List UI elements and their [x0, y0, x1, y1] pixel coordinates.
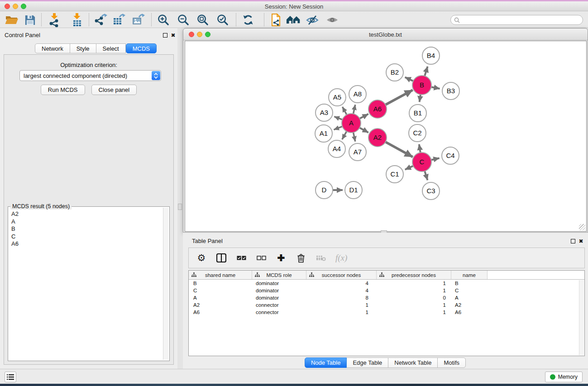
import-network-icon[interactable]: [46, 13, 62, 27]
graph-node-B2[interactable]: B2: [386, 64, 403, 81]
graph-node-A4[interactable]: A4: [328, 140, 345, 157]
table-row[interactable]: Cdominator41C: [189, 287, 584, 294]
close-panel-icon[interactable]: ✖: [578, 238, 584, 244]
tab-select[interactable]: Select: [96, 43, 126, 53]
open-folder-icon[interactable]: [4, 13, 20, 27]
graph-edge-C-C1[interactable]: [405, 166, 413, 170]
graph-edge-C-C2[interactable]: [419, 144, 421, 153]
select-all-icon[interactable]: [236, 252, 247, 264]
zoom-out-icon[interactable]: [175, 13, 191, 27]
graph-edge-B-B1[interactable]: [420, 95, 421, 102]
table-row[interactable]: Bdominator41B: [189, 280, 584, 287]
graph-node-C[interactable]: C: [412, 152, 431, 172]
graph-edge-A-A4[interactable]: [342, 131, 347, 139]
graph-node-C4[interactable]: C4: [442, 147, 459, 164]
column-header-name[interactable]: name: [451, 271, 488, 279]
graph-node-A6[interactable]: A6: [368, 100, 387, 118]
network-canvas[interactable]: ABCA6A2A1A3A4A5A7A8B1B2B3B4C1C2C3C4DD1: [185, 41, 587, 232]
splitter-collapse-handle[interactable]: [178, 204, 182, 210]
graph-node-A7[interactable]: A7: [349, 143, 366, 161]
import-table-icon[interactable]: [69, 13, 85, 27]
result-scrollbar[interactable]: [163, 208, 168, 360]
graph-edge-A-A1[interactable]: [334, 126, 342, 129]
graph-node-D1[interactable]: D1: [345, 181, 362, 199]
table-scrollbar[interactable]: [579, 280, 584, 355]
graph-node-B[interactable]: B: [412, 76, 431, 95]
column-header-mcds-role[interactable]: MCDS role: [252, 271, 306, 279]
graph-edge-B-B4[interactable]: [425, 67, 427, 76]
table-settings-gear-icon[interactable]: ⚙: [196, 252, 207, 264]
graph-node-B1[interactable]: B1: [409, 105, 426, 122]
add-column-icon[interactable]: ✚: [276, 252, 287, 264]
mcds-result-item[interactable]: A: [11, 218, 161, 226]
new-network-from-selection-icon[interactable]: [268, 13, 284, 27]
tab-network[interactable]: Network: [35, 43, 70, 53]
tab-network-table[interactable]: Network Table: [388, 357, 438, 368]
deselect-all-icon[interactable]: [256, 252, 267, 264]
vertical-splitter[interactable]: [177, 28, 183, 369]
graph-edge-A2-C[interactable]: [386, 142, 413, 157]
graph-edge-C-C3[interactable]: [425, 171, 427, 180]
graph-edge-A6-B[interactable]: [386, 90, 413, 105]
graph-node-C1[interactable]: C1: [386, 166, 403, 183]
column-selector-icon[interactable]: [216, 252, 227, 264]
close-panel-button[interactable]: Close panel: [91, 85, 137, 95]
criterion-dropdown[interactable]: largest connected component (directed): [19, 70, 161, 81]
graph-edge-A-A8[interactable]: [353, 105, 355, 114]
show-all-houses-icon[interactable]: [285, 13, 301, 27]
table-row[interactable]: A6connector11A6: [189, 309, 584, 316]
mcds-result-item[interactable]: A2: [11, 210, 161, 218]
graph-node-D[interactable]: D: [316, 181, 333, 199]
graph-node-C3[interactable]: C3: [422, 182, 440, 200]
refresh-icon[interactable]: [240, 13, 256, 27]
network-graph[interactable]: ABCA6A2A1A3A4A5A7A8B1B2B3B4C1C2C3C4DD1: [185, 41, 586, 231]
export-image-icon[interactable]: [130, 13, 147, 27]
memory-button[interactable]: Memory: [545, 372, 583, 382]
graph-edge-A-A7[interactable]: [353, 133, 355, 142]
graph-node-A5[interactable]: A5: [329, 89, 346, 106]
search-input[interactable]: [462, 17, 583, 23]
mcds-result-item[interactable]: C: [11, 233, 161, 241]
graph-node-C2[interactable]: C2: [409, 124, 426, 142]
float-panel-icon[interactable]: [162, 32, 168, 38]
graph-node-B3[interactable]: B3: [442, 82, 459, 100]
graph-node-A1[interactable]: A1: [315, 125, 332, 142]
tab-style[interactable]: Style: [70, 43, 96, 53]
task-history-button[interactable]: [5, 372, 16, 382]
graph-edge-A-A6[interactable]: [360, 114, 368, 119]
graph-edge-B-B2[interactable]: [405, 77, 413, 81]
show-hidden-eye-icon[interactable]: [324, 13, 340, 27]
window-resize-grip[interactable]: [579, 224, 585, 230]
graph-node-B4[interactable]: B4: [422, 47, 440, 64]
zoom-selected-icon[interactable]: [215, 13, 231, 27]
close-panel-icon[interactable]: ✖: [170, 32, 176, 38]
search-field[interactable]: [450, 15, 583, 25]
float-panel-icon[interactable]: [570, 238, 576, 244]
graph-edge-A-A5[interactable]: [342, 107, 347, 114]
zoom-in-icon[interactable]: [155, 13, 172, 27]
hide-selected-eye-slash-icon[interactable]: [304, 13, 320, 27]
tab-edge-table[interactable]: Edge Table: [346, 357, 388, 368]
tab-node-table[interactable]: Node Table: [305, 357, 347, 368]
graph-edge-B-B3[interactable]: [431, 87, 440, 89]
mcds-result-list[interactable]: A2 A B C A6: [9, 208, 163, 360]
tab-mcds[interactable]: MCDS: [126, 43, 157, 53]
mcds-result-item[interactable]: A6: [11, 240, 161, 248]
table-row[interactable]: A2connector11A2: [189, 301, 584, 309]
graph-node-A3[interactable]: A3: [316, 104, 333, 121]
column-header-successor-nodes[interactable]: successor nodes: [306, 271, 377, 279]
graph-edge-A-A2[interactable]: [359, 128, 368, 133]
column-header-predecessor-nodes[interactable]: predecessor nodes: [377, 271, 451, 279]
delete-column-icon[interactable]: [296, 252, 306, 264]
zoom-fit-icon[interactable]: [195, 13, 211, 27]
graph-node-A[interactable]: A: [342, 114, 361, 133]
graph-edge-C-C4[interactable]: [431, 158, 439, 160]
tab-motifs[interactable]: Motifs: [437, 357, 466, 368]
graph-node-A8[interactable]: A8: [349, 86, 366, 103]
run-mcds-button[interactable]: Run MCDS: [41, 85, 85, 95]
export-table-icon[interactable]: [111, 13, 127, 27]
save-icon[interactable]: [22, 13, 38, 27]
graph-edge-A-A3[interactable]: [334, 117, 342, 120]
graph-node-A2[interactable]: A2: [368, 129, 387, 147]
table-row[interactable]: Adominator80A: [189, 294, 584, 301]
